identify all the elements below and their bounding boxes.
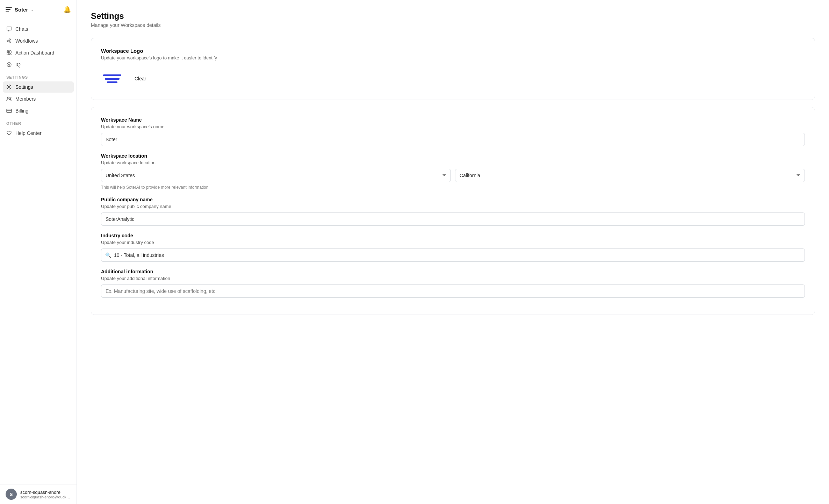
logo-line-3 xyxy=(107,81,117,83)
workspace-name-input[interactable] xyxy=(101,133,805,146)
sidebar-item-help-center[interactable]: Help Center xyxy=(3,128,74,139)
state-select[interactable]: California New York Texas xyxy=(455,169,805,182)
industry-code-group: Industry code Update your industry code … xyxy=(101,233,805,262)
search-icon: 🔍 xyxy=(105,252,111,258)
brand-chevron-icon: ⌄ xyxy=(31,8,34,12)
sidebar-item-action-dashboard[interactable]: Action Dashboard xyxy=(3,47,74,58)
industry-wrapper: 🔍 xyxy=(101,249,805,262)
chat-icon xyxy=(6,26,12,32)
gear-icon xyxy=(6,84,12,90)
brand-name: Soter xyxy=(15,7,28,13)
sidebar-header: Soter ⌄ 🔔 xyxy=(0,0,77,19)
hamburger-icon xyxy=(6,7,12,12)
workflow-icon xyxy=(6,38,12,44)
user-info: scorn-squash-snore scorn-squash-snore@du… xyxy=(20,490,71,499)
main-content: Settings Manage your Workspace details W… xyxy=(77,0,829,504)
sidebar-item-label: Help Center xyxy=(15,130,42,136)
logo-line-1 xyxy=(103,74,121,76)
logo-line-2 xyxy=(105,78,120,80)
page-title: Settings xyxy=(91,11,815,21)
svg-rect-1 xyxy=(7,52,9,55)
logo-box xyxy=(101,67,123,90)
public-company-input[interactable] xyxy=(101,213,805,226)
sidebar-item-label: Workflows xyxy=(15,38,38,44)
sidebar-item-label: Members xyxy=(15,96,36,102)
workspace-name-desc: Update your workspace's name xyxy=(101,124,805,129)
additional-info-input[interactable] xyxy=(101,285,805,298)
workspace-logo-card: Workspace Logo Update your workspace's l… xyxy=(91,38,815,100)
user-email: scorn-squash-snore@duck.c... xyxy=(20,495,71,499)
industry-code-input[interactable] xyxy=(101,249,805,262)
workspace-name-label: Workspace Name xyxy=(101,117,805,123)
workspace-name-group: Workspace Name Update your workspace's n… xyxy=(101,117,805,146)
sidebar-item-label: Settings xyxy=(15,84,33,90)
billing-icon xyxy=(6,108,12,114)
svg-point-5 xyxy=(8,64,10,65)
notification-bell-icon[interactable]: 🔔 xyxy=(63,6,71,13)
public-company-desc: Update your public company name xyxy=(101,204,805,209)
settings-section-label: SETTINGS xyxy=(3,71,74,81)
location-row: United States Canada United Kingdom Cali… xyxy=(101,169,805,182)
additional-info-desc: Update your additional information xyxy=(101,276,805,281)
sidebar-footer: S scorn-squash-snore scorn-squash-snore@… xyxy=(0,484,77,504)
page-subtitle: Manage your Workspace details xyxy=(91,22,815,28)
svg-rect-3 xyxy=(9,54,11,55)
sidebar-item-members[interactable]: Members xyxy=(3,93,74,105)
svg-point-8 xyxy=(10,97,11,99)
logo-card-title: Workspace Logo xyxy=(101,48,805,54)
sidebar-item-billing[interactable]: Billing xyxy=(3,105,74,116)
members-icon xyxy=(6,96,12,102)
sidebar-item-chats[interactable]: Chats xyxy=(3,23,74,35)
user-name: scorn-squash-snore xyxy=(20,490,71,495)
logo-preview: Clear xyxy=(101,67,805,90)
workspace-details-card: Workspace Name Update your workspace's n… xyxy=(91,107,815,315)
industry-code-label: Industry code xyxy=(101,233,805,238)
iq-icon xyxy=(6,62,12,67)
sidebar-item-label: Action Dashboard xyxy=(15,50,54,56)
location-hint: This will help SoterAI to provide more r… xyxy=(101,185,805,190)
svg-point-6 xyxy=(8,86,10,88)
svg-point-4 xyxy=(7,63,11,67)
industry-code-desc: Update your industry code xyxy=(101,240,805,245)
workspace-location-desc: Update workspace location xyxy=(101,160,805,165)
svg-rect-0 xyxy=(7,51,9,52)
sidebar-brand[interactable]: Soter ⌄ xyxy=(6,7,34,13)
svg-rect-9 xyxy=(7,109,12,113)
workspace-location-label: Workspace location xyxy=(101,153,805,159)
logo-card-desc: Update your workspace's logo to make it … xyxy=(101,55,805,60)
country-select[interactable]: United States Canada United Kingdom xyxy=(101,169,451,182)
dashboard-icon xyxy=(6,50,12,56)
heart-icon xyxy=(6,130,12,136)
sidebar: Soter ⌄ 🔔 Chats Workflows Action xyxy=(0,0,77,504)
public-company-group: Public company name Update your public c… xyxy=(101,197,805,226)
sidebar-item-workflows[interactable]: Workflows xyxy=(3,35,74,46)
sidebar-item-iq[interactable]: IQ xyxy=(3,59,74,70)
sidebar-item-label: Billing xyxy=(15,108,28,114)
sidebar-nav: Chats Workflows Action Dashboard IQ xyxy=(0,19,77,484)
additional-info-group: Additional information Update your addit… xyxy=(101,269,805,298)
additional-info-label: Additional information xyxy=(101,269,805,274)
other-section-label: OTHER xyxy=(3,117,74,128)
svg-point-7 xyxy=(8,97,9,99)
svg-rect-2 xyxy=(9,51,11,53)
avatar: S xyxy=(6,489,17,500)
workspace-location-group: Workspace location Update workspace loca… xyxy=(101,153,805,190)
sidebar-item-settings[interactable]: Settings xyxy=(3,81,74,93)
sidebar-item-label: IQ xyxy=(15,62,21,67)
sidebar-item-label: Chats xyxy=(15,26,28,32)
public-company-label: Public company name xyxy=(101,197,805,202)
clear-logo-button[interactable]: Clear xyxy=(132,74,149,83)
